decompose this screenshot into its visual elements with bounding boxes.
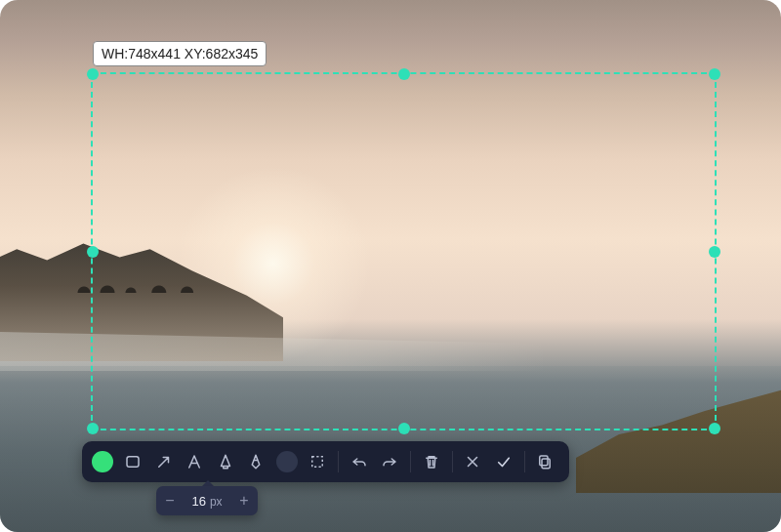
rectangle-tool[interactable] xyxy=(119,447,148,476)
confirm-button[interactable] xyxy=(489,447,518,476)
toolbar-divider xyxy=(410,451,411,472)
close-icon xyxy=(464,453,481,471)
delete-button[interactable] xyxy=(417,447,446,476)
highlighter-tool[interactable] xyxy=(211,447,240,476)
resize-handle-bottom-middle[interactable] xyxy=(398,423,410,434)
toolbar-divider xyxy=(524,451,525,472)
stepper-value-display: 16 px xyxy=(184,494,230,509)
circle-fill-icon xyxy=(276,451,298,472)
pen-icon xyxy=(247,453,265,471)
stepper-value: 16 xyxy=(191,494,205,509)
stepper-unit: px xyxy=(210,495,223,509)
resize-handle-top-right[interactable] xyxy=(709,68,720,80)
svg-rect-3 xyxy=(540,456,548,466)
undo-icon xyxy=(350,453,368,471)
selection-info-badge: WH:748x441 XY:682x345 xyxy=(93,41,267,66)
svg-rect-2 xyxy=(542,459,550,469)
size-stepper: − 16 px + xyxy=(156,486,258,515)
trash-icon xyxy=(423,453,440,471)
resize-handle-middle-right[interactable] xyxy=(709,246,720,258)
check-icon xyxy=(495,453,513,471)
arrow-tool[interactable] xyxy=(149,447,179,476)
redo-icon xyxy=(381,453,398,471)
crop-tool[interactable] xyxy=(304,447,333,476)
selection-rectangle[interactable]: WH:748x441 XY:682x345 xyxy=(91,72,717,430)
resize-handle-bottom-right[interactable] xyxy=(709,423,720,434)
stepper-decrease[interactable]: − xyxy=(156,486,184,515)
crop-icon xyxy=(308,453,326,471)
text-icon xyxy=(185,453,203,471)
rectangle-icon xyxy=(124,453,142,471)
redo-button[interactable] xyxy=(376,447,405,476)
cancel-button[interactable] xyxy=(459,447,488,476)
resize-handle-top-left[interactable] xyxy=(87,68,99,80)
toolbar-divider xyxy=(338,451,339,472)
svg-rect-1 xyxy=(312,457,323,468)
undo-button[interactable] xyxy=(345,447,374,476)
screenshot-canvas: WH:748x441 XY:682x345 xyxy=(0,0,781,532)
resize-handle-bottom-left[interactable] xyxy=(87,423,99,434)
resize-handle-middle-left[interactable] xyxy=(87,246,99,258)
arrow-icon xyxy=(155,453,173,471)
stepper-increase[interactable]: + xyxy=(230,486,258,515)
text-tool[interactable] xyxy=(181,447,210,476)
annotation-toolbar xyxy=(82,441,569,482)
toolbar-divider xyxy=(452,451,453,472)
copy-button[interactable] xyxy=(531,447,560,476)
color-swatch[interactable] xyxy=(92,451,113,472)
pen-tool[interactable] xyxy=(242,447,271,476)
copy-icon xyxy=(536,453,554,471)
shape-fill-tool[interactable] xyxy=(272,447,302,476)
svg-rect-0 xyxy=(127,457,139,468)
highlighter-icon xyxy=(217,453,234,471)
resize-handle-top-middle[interactable] xyxy=(398,68,410,80)
